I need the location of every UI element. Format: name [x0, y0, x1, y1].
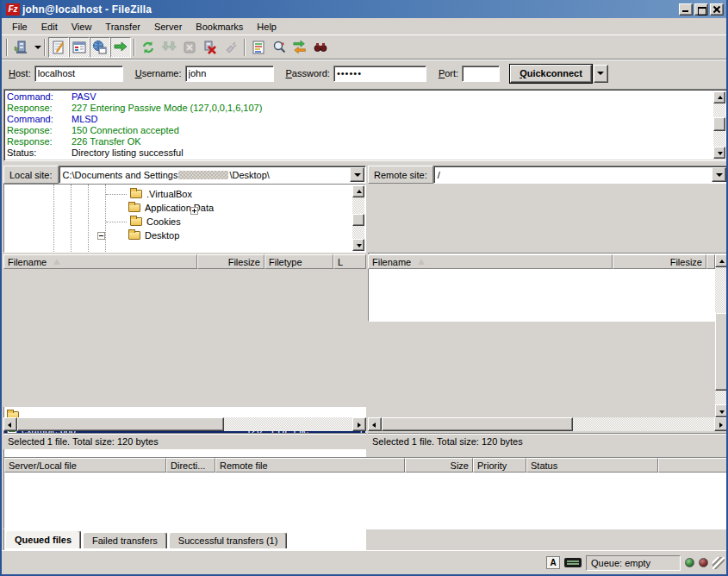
site-manager-dropdown-icon[interactable] [34, 46, 41, 49]
menu-edit[interactable]: Edit [34, 20, 65, 34]
column-filetype[interactable]: Filetype [264, 254, 333, 269]
host-label: Host: [9, 68, 31, 78]
find-files-button[interactable] [310, 37, 331, 58]
column-server-local-file[interactable]: Server/Local file [4, 458, 166, 473]
local-tree-scrollbar[interactable] [352, 185, 364, 251]
column-filename[interactable]: Filename [368, 254, 613, 269]
column-spacer [658, 458, 727, 473]
quickconnect-button[interactable]: Quickconnect [510, 65, 592, 83]
scroll-up-icon[interactable] [352, 185, 364, 197]
log-text: 226 Transfer OK [72, 136, 141, 147]
process-queue-button[interactable] [159, 37, 179, 58]
menu-server[interactable]: Server [147, 20, 189, 34]
data-type-indicator[interactable]: A [546, 556, 560, 569]
reconnect-button[interactable] [221, 37, 241, 58]
scrollbar-thumb[interactable] [382, 417, 573, 431]
menu-bookmarks[interactable]: Bookmarks [189, 20, 250, 34]
column-lastmodified[interactable]: L [333, 254, 366, 269]
tree-item-application-data[interactable]: Application Data [4, 201, 365, 215]
close-button[interactable] [710, 3, 724, 16]
scroll-down-icon[interactable] [715, 404, 728, 417]
scroll-up-icon[interactable] [715, 254, 728, 267]
menu-file[interactable]: File [5, 20, 34, 34]
activity-led-green [685, 558, 694, 567]
username-input[interactable] [185, 66, 274, 82]
scroll-down-icon[interactable] [352, 239, 364, 251]
scrollbar-thumb[interactable] [17, 417, 224, 431]
synchronized-browsing-button[interactable] [289, 37, 310, 58]
column-direction[interactable]: Directi... [166, 458, 215, 473]
scroll-right-icon[interactable] [352, 417, 366, 431]
transfer-queue[interactable]: Server/Local file Directi... Remote file… [3, 457, 728, 529]
password-input[interactable] [333, 66, 426, 82]
log-label: Response: [4, 136, 72, 147]
minimize-button[interactable] [679, 3, 693, 16]
toggle-remote-tree-button[interactable] [90, 37, 110, 58]
refresh-button[interactable] [138, 37, 159, 58]
remote-hscrollbar[interactable] [368, 417, 728, 431]
scroll-left-icon[interactable] [3, 417, 17, 431]
column-remote-file[interactable]: Remote file [215, 458, 405, 473]
chevron-down-icon [354, 173, 361, 177]
column-extra[interactable] [706, 254, 715, 269]
scrollbar-thumb[interactable] [352, 214, 364, 226]
local-hscrollbar[interactable] [3, 417, 366, 431]
tree-item-virtualbox[interactable]: .VirtualBox [4, 187, 365, 201]
column-priority[interactable]: Priority [473, 458, 526, 473]
remote-site-label: Remote site: [368, 166, 433, 184]
sort-asc-icon [53, 259, 60, 265]
combo-dropdown[interactable] [712, 167, 726, 182]
tab-successful-transfers[interactable]: Successful transfers (1) [169, 532, 288, 548]
log-scrollbar[interactable] [713, 91, 725, 159]
remote-list-scrollbar[interactable] [715, 254, 728, 417]
username-label: Username: [135, 68, 182, 78]
tree-item-desktop[interactable]: Desktop [4, 229, 365, 242]
local-site-combo[interactable]: C:\Documents and Settings\Desktop\ [59, 166, 366, 184]
local-tree[interactable]: .VirtualBox Application Data Cookies Des… [3, 184, 366, 253]
maximize-button[interactable] [694, 3, 708, 16]
host-input[interactable] [34, 66, 123, 82]
directory-comparison-button[interactable] [269, 37, 289, 58]
column-filesize[interactable]: Filesize [197, 254, 264, 269]
message-log[interactable]: Command:PASV Response:227 Entering Passi… [3, 89, 728, 161]
column-status[interactable]: Status [526, 458, 658, 473]
site-manager-icon [13, 40, 28, 55]
disconnect-button[interactable] [200, 37, 221, 58]
title-bar[interactable]: Fz john@localhost - FileZilla [2, 0, 726, 18]
menu-transfer[interactable]: Transfer [98, 20, 147, 34]
speed-limit-icon[interactable] [564, 558, 582, 567]
menu-view[interactable]: View [65, 20, 99, 34]
scroll-down-icon[interactable] [713, 147, 725, 159]
resize-grip[interactable] [712, 557, 725, 569]
menu-help[interactable]: Help [250, 20, 283, 34]
toolbar [2, 34, 726, 59]
toolbar-separator [244, 39, 246, 56]
expand-icon[interactable] [190, 207, 198, 215]
toggle-queue-button[interactable] [110, 37, 131, 58]
scroll-up-icon[interactable] [713, 91, 725, 103]
scroll-right-icon[interactable] [714, 417, 728, 431]
scrollbar-thumb[interactable] [713, 117, 725, 131]
column-filename[interactable]: Filename [3, 254, 197, 269]
scroll-left-icon[interactable] [368, 417, 382, 431]
collapse-icon[interactable] [97, 232, 105, 240]
column-size[interactable]: Size [405, 458, 473, 473]
toggle-local-tree-button[interactable] [69, 37, 90, 58]
tab-queued-files[interactable]: Queued files [5, 530, 81, 548]
remote-site-combo[interactable]: / [433, 166, 728, 184]
activity-led-red [699, 558, 708, 567]
quickconnect-dropdown[interactable] [594, 65, 608, 83]
combo-dropdown[interactable] [350, 167, 364, 182]
toggle-message-log-button[interactable] [48, 37, 69, 58]
tab-failed-transfers[interactable]: Failed transfers [83, 532, 167, 548]
tree-item-cookies[interactable]: Cookies [4, 215, 365, 229]
status-bar: A Queue: empty [2, 550, 726, 574]
filter-button[interactable] [248, 37, 269, 58]
scrollbar-thumb[interactable] [715, 313, 728, 391]
column-filesize[interactable]: Filesize [613, 254, 706, 269]
port-input[interactable] [462, 66, 500, 82]
quickconnect-bar: Host: Username: Password: Port: Quickcon… [2, 59, 726, 87]
sort-asc-icon [418, 259, 425, 265]
cancel-button[interactable] [179, 37, 200, 58]
site-manager-button[interactable] [10, 37, 31, 58]
